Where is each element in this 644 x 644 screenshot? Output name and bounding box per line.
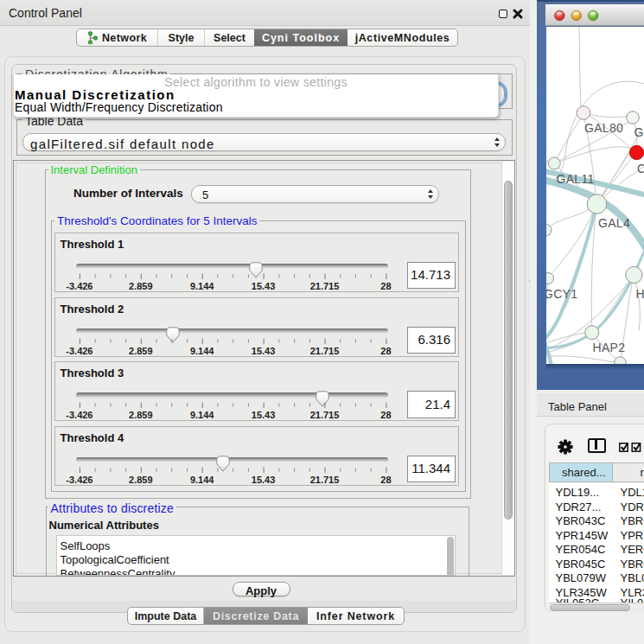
- svg-text:GCY1: GCY1: [546, 287, 578, 301]
- svg-text:GAL4: GAL4: [598, 216, 630, 230]
- svg-text:GA.: GA.: [634, 125, 644, 139]
- svg-text:C: C: [637, 162, 644, 175]
- svg-text:HAP2: HAP2: [593, 341, 626, 354]
- svg-text:H: H: [636, 287, 644, 301]
- svg-text:GAL11: GAL11: [557, 172, 595, 186]
- svg-text:GAL80: GAL80: [584, 121, 623, 135]
